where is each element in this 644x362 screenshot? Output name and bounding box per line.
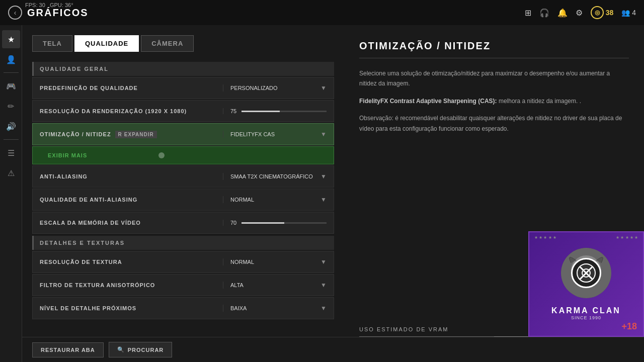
expand-more-row[interactable]: EXIBIR MAIS [32, 146, 334, 164]
setting-row-aa[interactable]: ANTI-ALIASING SMAA T2X CINEMATOGRÁFICO ▼ [32, 165, 334, 188]
setting-label-texture-res: RESOLUÇÃO DE TEXTURA [33, 259, 223, 265]
setting-label-aa-quality: QUALIDADE DE ANTI-ALIASING [33, 197, 223, 203]
setting-value-aa: SMAA T2X CINEMATOGRÁFICO ▼ [223, 173, 334, 180]
dropdown-arrow-7: ▼ [320, 258, 327, 265]
left-panel: TELA QUALIDADE CÂMERA QUALIDADE GERAL PR… [22, 25, 344, 362]
section-details-header: DETALHES E TEXTURAS [32, 236, 334, 250]
setting-row-aa-quality[interactable]: QUALIDADE DE ANTI-ALIASING NORMAL ▼ [32, 189, 334, 211]
dropdown-arrow-4: ▼ [320, 173, 327, 180]
karma-overlay: ★ ★ ★ ★ ★ ★ ★ ★ ★ ★ [528, 231, 644, 337]
friends-icon: 👥 [621, 9, 630, 17]
karma-plus: +18 [621, 321, 637, 332]
coin-count: 38 [606, 9, 614, 17]
setting-row-detail-level[interactable]: NÍVEL DE DETALHE PRÓXIMOS BAIXA ▼ [32, 297, 334, 319]
friends-count: 4 [632, 9, 636, 17]
dropdown-arrow-3: ▼ [320, 131, 327, 138]
gpu-value: 36° [65, 2, 73, 8]
topbar-right: ⊞ 🎧 🔔 ⚙ ◎ 38 👥 4 [525, 6, 636, 19]
info-paragraph-1: Selecione uma solução de otimização/niti… [359, 68, 629, 89]
search-label: PROCURAR [128, 347, 164, 353]
gpu-label: GPU: [50, 2, 63, 8]
sidebar-item-controller[interactable]: 🎮 [2, 77, 20, 95]
sidebar-divider-2 [4, 139, 19, 140]
fps-label: FPS: [25, 2, 37, 8]
back-button[interactable]: ‹ [8, 6, 22, 20]
dropdown-arrow-9: ▼ [320, 305, 327, 312]
bell-icon[interactable]: 🔔 [557, 8, 568, 18]
expand-more-label: EXIBIR MAIS [48, 152, 87, 158]
tab-tela[interactable]: TELA [32, 35, 72, 52]
resolution-slider-track[interactable] [242, 111, 327, 112]
left-sidebar: ★ 👤 🎮 ✏ 🔊 ☰ ⚠ [0, 25, 22, 362]
tabs-row: TELA QUALIDADE CÂMERA [32, 35, 334, 52]
tab-qualidade[interactable]: QUALIDADE [74, 35, 139, 52]
search-button[interactable]: 🔍 PROCURAR [109, 342, 173, 357]
karma-title: KARMA CLAN [551, 306, 621, 315]
setting-label-vram-scale: ESCALA DA MEMÓRIA DE VÍDEO [33, 220, 223, 226]
setting-label-detail-level: NÍVEL DE DETALHE PRÓXIMOS [33, 305, 223, 311]
dropdown-arrow-8: ▼ [320, 282, 327, 289]
setting-label-resolution: RESOLUÇÃO DA RENDERIZAÇÃO (1920 X 1080) [33, 108, 223, 114]
restore-button[interactable]: RESTAURAR ABA [32, 342, 104, 357]
karma-logo [571, 258, 601, 288]
sidebar-item-edit[interactable]: ✏ [2, 97, 20, 115]
tab-camera[interactable]: CÂMERA [141, 35, 194, 52]
perf-info: FPS: 30 GPU: 36° [25, 2, 73, 8]
setting-row-resolution[interactable]: RESOLUÇÃO DA RENDERIZAÇÃO (1920 X 1080) … [32, 100, 334, 122]
setting-value-quality-preset: PERSONALIZADO ▼ [223, 84, 334, 92]
expand-badge-icon: R [118, 132, 122, 137]
karma-overlay-inner: KARMA CLAN SINCE 1990 +18 [529, 232, 643, 336]
setting-label-aa: ANTI-ALIASING [33, 173, 223, 179]
settings-icon[interactable]: ⚙ [576, 8, 583, 18]
setting-value-optimization: FIDELITYFX CAS ▼ [223, 131, 334, 138]
fps-value: 30 [39, 2, 45, 8]
setting-row-optimization[interactable]: OTIMIZAÇÃO / NITIDEZ R Expandir FIDELITY… [32, 123, 334, 145]
setting-row-vram-scale[interactable]: ESCALA DA MEMÓRIA DE VÍDEO 70 [32, 212, 334, 234]
info-highlight: FidelityFX Contrast Adaptive Sharpening … [359, 98, 497, 105]
info-paragraph-2: FidelityFX Contrast Adaptive Sharpening … [359, 96, 629, 106]
resolution-slider-fill [242, 111, 280, 112]
setting-row-quality-preset[interactable]: PREDEFINIÇÃO DE QUALIDADE PERSONALIZADO … [32, 77, 334, 99]
sidebar-item-menu[interactable]: ☰ [2, 144, 20, 162]
vram-scale-slider-track[interactable] [242, 222, 327, 224]
details-settings-list: RESOLUÇÃO DE TEXTURA NORMAL ▼ FILTRO DE … [32, 251, 334, 319]
section-quality-header: QUALIDADE GERAL [32, 62, 334, 76]
sidebar-item-user[interactable]: 👤 [2, 50, 20, 68]
setting-label-texture-filter: FILTRO DE TEXTURA ANISOTRÓPICO [33, 282, 223, 288]
topbar: ‹ GRÁFICOS ⊞ 🎧 🔔 ⚙ ◎ 38 👥 4 [0, 0, 644, 25]
info-paragraph-3: Observação: é recomendável desabilitar q… [359, 113, 629, 134]
quality-settings-list: PREDEFINIÇÃO DE QUALIDADE PERSONALIZADO … [32, 77, 334, 234]
karma-subtitle: SINCE 1990 [571, 315, 601, 320]
headset-icon[interactable]: 🎧 [539, 8, 549, 18]
setting-value-detail-level: BAIXA ▼ [223, 305, 334, 312]
setting-row-texture-filter[interactable]: FILTRO DE TEXTURA ANISOTRÓPICO ALTA ▼ [32, 274, 334, 296]
setting-label-optimization: OTIMIZAÇÃO / NITIDEZ R Expandir [33, 131, 223, 138]
coin-badge[interactable]: ◎ 38 [591, 6, 614, 19]
bottom-bar: RESTAURAR ABA 🔍 PROCURAR [22, 337, 644, 362]
coin-circle: ◎ [591, 6, 604, 19]
expand-badge-text: Expandir [124, 132, 154, 137]
setting-value-aa-quality: NORMAL ▼ [223, 196, 334, 203]
expand-badge: R Expandir [115, 131, 157, 138]
dropdown-arrow-1: ▼ [320, 84, 327, 92]
search-icon: 🔍 [117, 346, 125, 353]
sidebar-item-star[interactable]: ★ [2, 30, 20, 48]
grid-icon[interactable]: ⊞ [525, 8, 531, 18]
sidebar-divider-1 [4, 72, 19, 73]
dropdown-arrow-5: ▼ [320, 196, 327, 203]
setting-value-texture-res: NORMAL ▼ [223, 258, 334, 265]
setting-label-quality-preset: PREDEFINIÇÃO DE QUALIDADE [33, 85, 223, 91]
vram-scale-slider-fill [242, 222, 284, 224]
setting-value-vram-scale: 70 [223, 220, 334, 226]
page-title: GRÁFICOS [27, 7, 89, 19]
info-title: OTIMIZAÇÃO / NITIDEZ [359, 40, 629, 58]
setting-value-resolution: 75 [223, 108, 334, 114]
sidebar-item-alert[interactable]: ⚠ [2, 164, 20, 182]
sidebar-item-audio[interactable]: 🔊 [2, 117, 20, 135]
setting-row-texture-res[interactable]: RESOLUÇÃO DE TEXTURA NORMAL ▼ [32, 251, 334, 273]
setting-value-texture-filter: ALTA ▼ [223, 282, 334, 289]
friends-badge[interactable]: 👥 4 [621, 9, 636, 17]
